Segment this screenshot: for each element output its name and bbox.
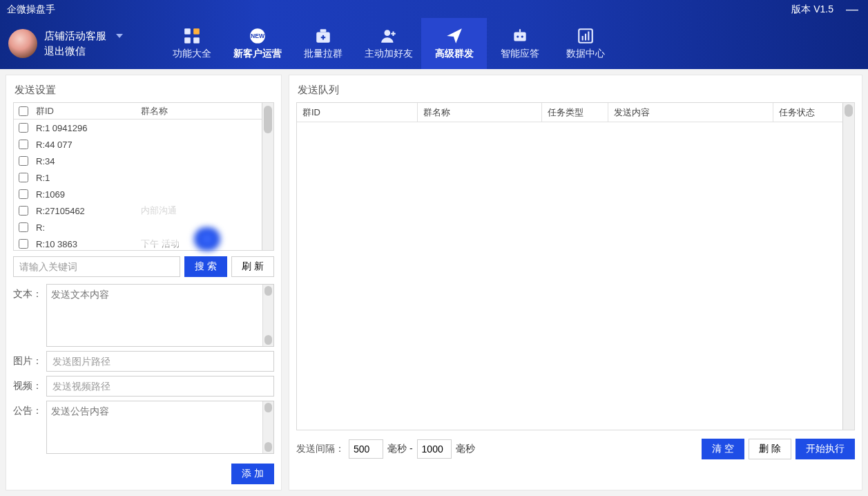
nav-label: 数据中心 (566, 48, 605, 60)
interval-sep: 毫秒 - (387, 443, 413, 455)
right-panel-title: 发送队列 (296, 81, 855, 102)
group-row[interactable]: R:1 0941296 (14, 120, 262, 136)
qcol-name: 群名称 (418, 103, 542, 122)
groups-scrollbar[interactable] (262, 103, 273, 250)
image-label: 图片： (13, 351, 44, 368)
app-title: 企微操盘手 (7, 0, 55, 18)
nav-grid[interactable]: 功能大全 (159, 18, 224, 69)
svg-rect-1 (193, 28, 200, 35)
nav-add-user[interactable]: 主动加好友 (356, 18, 421, 69)
row-checkbox[interactable] (19, 123, 28, 133)
nav-label: 主动加好友 (365, 48, 413, 60)
svg-point-14 (517, 35, 519, 37)
search-button[interactable]: 搜 索 (184, 256, 227, 277)
svg-text:NEW: NEW (250, 32, 264, 39)
add-user-icon (380, 27, 398, 45)
group-row[interactable]: R:1069 (14, 186, 262, 202)
refresh-button[interactable]: 刷 新 (231, 256, 274, 277)
svg-rect-0 (184, 28, 191, 35)
start-button[interactable]: 开始执行 (795, 439, 855, 459)
chart-icon (577, 27, 595, 45)
group-row[interactable]: R:1 (14, 169, 262, 186)
nav-label: 功能大全 (173, 48, 211, 60)
delete-button[interactable]: 删 除 (749, 439, 791, 459)
chevron-down-icon[interactable] (116, 34, 123, 38)
qcol-type: 任务类型 (542, 103, 608, 122)
row-group-id: R:1069 (33, 189, 137, 200)
new-badge-icon: NEW (249, 27, 267, 45)
notice-content-input[interactable] (47, 401, 273, 451)
nav-label: 新客户运营 (233, 48, 282, 60)
minimize-button[interactable]: — (843, 0, 861, 18)
nav-label: 高级群发 (435, 48, 474, 60)
row-checkbox[interactable] (19, 206, 28, 216)
medkit-icon (314, 27, 332, 45)
video-label: 视频： (13, 376, 44, 392)
version-label: 版本 V1.5 (791, 0, 833, 18)
row-checkbox[interactable] (19, 140, 28, 149)
col-group-id: 群ID (33, 105, 137, 117)
nav-label: 智能应答 (501, 48, 539, 60)
svg-rect-19 (584, 34, 586, 41)
group-row[interactable]: R:34 (14, 153, 262, 169)
svg-point-15 (521, 35, 523, 37)
svg-rect-20 (588, 32, 589, 41)
qcol-id: 群ID (297, 103, 418, 122)
group-row[interactable]: R: (14, 219, 262, 236)
interval-unit: 毫秒 (456, 443, 475, 455)
row-checkbox[interactable] (19, 156, 28, 166)
svg-rect-3 (193, 37, 200, 44)
interval-max-input[interactable] (417, 439, 452, 459)
row-checkbox[interactable] (19, 173, 28, 182)
text-content-input[interactable] (47, 285, 273, 344)
queue-body (297, 122, 842, 430)
robot-icon (511, 27, 529, 45)
logout-link[interactable]: 退出微信 (44, 44, 123, 59)
send-icon (445, 27, 463, 45)
interval-label: 发送间隔： (296, 443, 345, 455)
video-path-input[interactable] (46, 376, 274, 397)
row-group-name: 内部沟通 (137, 204, 262, 217)
col-group-name: 群名称 (137, 105, 262, 117)
group-row[interactable]: R:27105462内部沟通 (14, 202, 262, 219)
avatar[interactable] (8, 29, 37, 58)
svg-rect-13 (514, 32, 525, 41)
svg-rect-12 (391, 33, 396, 35)
row-group-id: R: (33, 222, 137, 233)
nav-robot[interactable]: 智能应答 (487, 18, 552, 69)
queue-scrollbar[interactable] (842, 103, 854, 430)
nav-new-badge[interactable]: NEW新客户运营 (224, 18, 290, 69)
select-all-checkbox[interactable] (19, 106, 28, 116)
svg-rect-18 (581, 36, 583, 41)
left-panel-title: 发送设置 (13, 81, 274, 102)
row-group-name: 下午 活动 (137, 238, 262, 250)
textarea-scrollbar[interactable] (262, 401, 273, 453)
nav-chart[interactable]: 数据中心 (552, 18, 618, 69)
row-checkbox[interactable] (19, 222, 28, 232)
grid-icon (183, 27, 201, 45)
group-row[interactable]: R:10 3863下午 活动 (14, 236, 262, 250)
row-group-id: R:27105462 (33, 206, 137, 216)
keyword-input[interactable] (13, 256, 180, 277)
image-path-input[interactable] (46, 351, 274, 372)
row-group-id: R:1 0941296 (33, 123, 137, 133)
group-row[interactable]: R:44 077 (14, 136, 262, 153)
interval-min-input[interactable] (349, 439, 383, 459)
text-label: 文本： (13, 284, 44, 301)
row-group-id: R:44 077 (33, 140, 137, 150)
row-checkbox[interactable] (19, 189, 28, 199)
row-group-id: R:34 (33, 156, 137, 166)
user-name: 店铺活动客服 (44, 28, 106, 44)
svg-rect-16 (519, 29, 520, 32)
row-group-id: R:10 3863 (33, 239, 137, 249)
row-checkbox[interactable] (19, 239, 28, 249)
nav-medkit[interactable]: 批量拉群 (290, 18, 356, 69)
add-button[interactable]: 添 加 (231, 464, 274, 484)
clear-button[interactable]: 清 空 (702, 439, 744, 459)
nav-send[interactable]: 高级群发 (421, 18, 487, 69)
notice-label: 公告： (13, 401, 44, 417)
textarea-scrollbar[interactable] (262, 285, 273, 346)
qcol-content: 发送内容 (608, 103, 773, 122)
svg-rect-2 (184, 37, 191, 44)
row-group-id: R:1 (33, 173, 137, 183)
